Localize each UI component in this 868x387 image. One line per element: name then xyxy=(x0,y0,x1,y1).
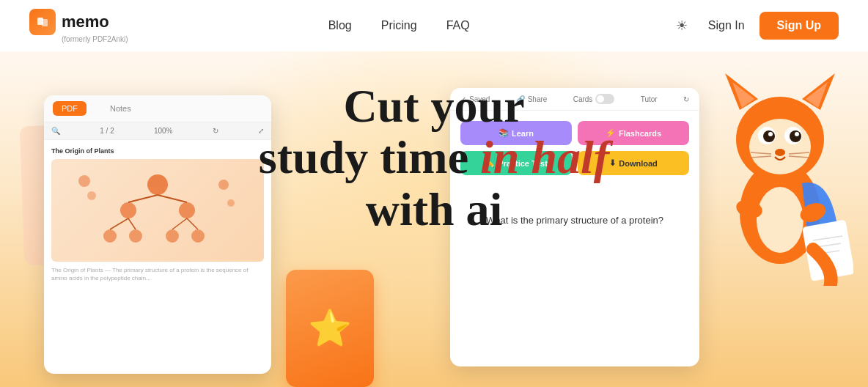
svg-point-29 xyxy=(763,130,775,142)
svg-point-20 xyxy=(757,187,803,253)
logo-subtitle: (formerly PDF2Anki) xyxy=(62,35,128,43)
svg-point-2 xyxy=(147,174,168,195)
logo-text: memo xyxy=(62,12,109,32)
nav-links: Blog Pricing FAQ xyxy=(328,19,470,32)
theme-toggle-button[interactable]: ☀ xyxy=(670,14,694,37)
hero-section: PDF Notes 🔍 1 / 2 100% ↻ ⤢ The Origin of… xyxy=(0,51,868,387)
toolbar-refresh[interactable]: ↻ xyxy=(683,95,689,103)
svg-point-26 xyxy=(749,119,811,174)
svg-line-9 xyxy=(128,195,158,202)
navbar: memo (formerly PDF2Anki) Blog Pricing FA… xyxy=(0,0,868,51)
svg-point-32 xyxy=(795,132,799,136)
nav-pricing[interactable]: Pricing xyxy=(381,19,417,32)
nav-blog[interactable]: Blog xyxy=(328,19,352,32)
svg-point-15 xyxy=(78,175,90,187)
pdf-text-content: The Origin of Plants — The primary struc… xyxy=(51,266,264,282)
nav-faq[interactable]: FAQ xyxy=(446,19,470,32)
toolbar-tutor: Tutor xyxy=(641,95,658,103)
svg-point-30 xyxy=(790,130,801,142)
screenshot-left-front: PDF Notes 🔍 1 / 2 100% ↻ ⤢ The Origin of… xyxy=(44,95,271,374)
svg-line-11 xyxy=(110,218,128,229)
svg-rect-1 xyxy=(42,19,48,26)
sign-in-button[interactable]: Sign In xyxy=(708,19,745,32)
nav-right: ☀ Sign In Sign Up xyxy=(670,12,839,40)
svg-point-4 xyxy=(179,202,195,218)
pdf-refresh-icon[interactable]: ↻ xyxy=(213,127,218,135)
mascot xyxy=(707,51,853,286)
svg-point-3 xyxy=(120,202,136,218)
svg-point-17 xyxy=(218,180,229,190)
pdf-toolbar: 🔍 1 / 2 100% ↻ ⤢ xyxy=(44,122,271,140)
pdf-page-number: 1 / 2 xyxy=(100,127,114,135)
pdf-tab-notes[interactable]: Notes xyxy=(101,101,140,116)
svg-point-8 xyxy=(191,229,205,243)
svg-line-13 xyxy=(172,218,187,229)
pdf-tab-pdf[interactable]: PDF xyxy=(53,101,87,116)
pdf-header: PDF Notes xyxy=(44,95,271,122)
logo-area: memo (formerly PDF2Anki) xyxy=(29,9,128,43)
logo-icon[interactable] xyxy=(29,9,56,35)
hero-text: Cut your study time in half with ai xyxy=(259,81,609,235)
flashcard-center: ⭐ xyxy=(286,270,374,387)
svg-point-7 xyxy=(166,229,179,243)
svg-line-10 xyxy=(158,195,187,202)
svg-line-12 xyxy=(128,218,136,229)
svg-point-18 xyxy=(227,199,235,207)
svg-point-33 xyxy=(775,149,785,156)
star-icon: ⭐ xyxy=(308,308,352,349)
svg-point-6 xyxy=(129,229,142,243)
sign-up-button[interactable]: Sign Up xyxy=(760,12,839,40)
hero-line2-normal: study time xyxy=(259,131,480,183)
hero-line1: Cut your xyxy=(259,81,609,132)
svg-point-5 xyxy=(103,229,117,243)
svg-point-31 xyxy=(768,132,773,136)
pdf-title: The Origin of Plants xyxy=(51,147,264,155)
pdf-content: The Origin of Plants xyxy=(44,140,271,290)
pdf-zoom: 100% xyxy=(154,127,173,135)
pdf-toolbar-icon: 🔍 xyxy=(51,127,60,135)
hero-line2-italic: in half xyxy=(480,131,609,183)
hero-line3: with ai xyxy=(259,184,609,235)
svg-point-16 xyxy=(87,191,96,200)
pdf-image xyxy=(51,159,264,262)
hero-line2: study time in half xyxy=(259,132,609,183)
download-icon: ⬇ xyxy=(609,158,616,168)
svg-line-14 xyxy=(187,218,198,229)
